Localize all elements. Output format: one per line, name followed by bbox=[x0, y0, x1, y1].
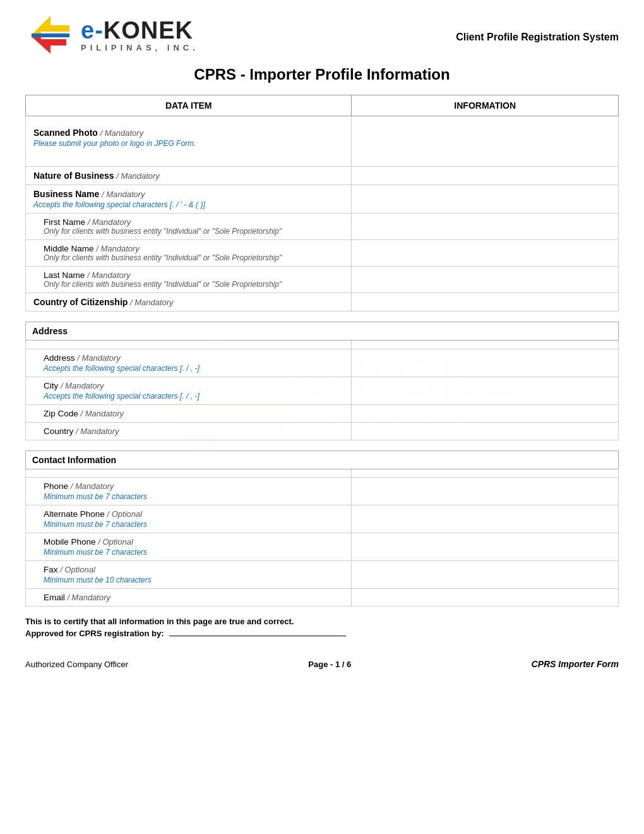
alt-phone-note: Minimum must be 7 characters bbox=[44, 520, 343, 529]
scanned-photo-info bbox=[352, 116, 619, 167]
svg-marker-0 bbox=[32, 16, 69, 35]
email-mandatory: / Mandatory bbox=[67, 593, 110, 602]
address-section-header-row: Address bbox=[26, 322, 619, 341]
email-info bbox=[352, 589, 619, 607]
zip-code-mandatory: / Mandatory bbox=[80, 409, 124, 418]
contact-table: Contact Information Phone / Mandatory Mi… bbox=[25, 450, 619, 607]
authorized-officer-section: Authorized Company Officer bbox=[25, 657, 128, 669]
first-name-info bbox=[352, 214, 619, 240]
city-mandatory: / Mandatory bbox=[61, 381, 104, 390]
address-table: Address Address / Mandatory Accepts the … bbox=[25, 322, 619, 440]
address-label: Address bbox=[44, 353, 75, 363]
footer-section: This is to certify that all information … bbox=[25, 617, 619, 669]
form-name: CPRS Importer Form bbox=[532, 659, 619, 669]
approved-line: Approved for CPRS registration by: bbox=[25, 629, 619, 638]
logo-icon bbox=[25, 13, 76, 57]
table-row bbox=[26, 341, 619, 349]
main-data-table: DATA ITEM INFORMATION Scanned Photo / Ma… bbox=[25, 95, 619, 311]
table-row: Country of Citizenship / Mandatory bbox=[26, 293, 619, 311]
alt-phone-label: Alternate Phone bbox=[44, 509, 105, 519]
table-row: Fax / Optional Minimum must be 10 charac… bbox=[26, 561, 619, 589]
table-row: City / Mandatory Accepts the following s… bbox=[26, 377, 619, 405]
city-note: Accepts the following special characters… bbox=[44, 392, 343, 401]
country-mandatory: / Mandatory bbox=[76, 426, 119, 436]
table-row: Scanned Photo / Mandatory Please submit … bbox=[26, 116, 619, 167]
country-info bbox=[352, 423, 619, 440]
nature-of-business-mandatory: / Mandatory bbox=[116, 171, 160, 181]
business-name-note: Accepts the following special characters… bbox=[33, 200, 343, 209]
table-row: Mobile Phone / Optional Minimum must be … bbox=[26, 533, 619, 561]
country-citizenship-info bbox=[352, 293, 619, 311]
table-row: Phone / Mandatory Minimum must be 7 char… bbox=[26, 478, 619, 505]
middle-name-mandatory: / Mandatory bbox=[96, 244, 140, 253]
alt-phone-mandatory: / Optional bbox=[107, 509, 142, 519]
authorized-label: Authorized Company Officer bbox=[25, 660, 128, 669]
address-section-header: Address bbox=[26, 322, 619, 341]
svg-rect-2 bbox=[32, 33, 69, 37]
fax-mandatory: / Optional bbox=[60, 565, 95, 574]
zip-code-label: Zip Code bbox=[44, 409, 78, 418]
phone-label: Phone bbox=[44, 481, 68, 491]
certify-text: This is to certify that all information … bbox=[25, 617, 619, 626]
logo-area: e-KONEK PILIPINAS, INC. bbox=[25, 13, 199, 57]
table-row: Last Name / Mandatory Only for clients w… bbox=[26, 267, 619, 293]
contact-section-header-row: Contact Information bbox=[26, 451, 619, 469]
svg-marker-1 bbox=[32, 37, 66, 54]
logo-konek-word: KONEK bbox=[104, 17, 193, 44]
country-label: Country bbox=[44, 426, 73, 436]
table-row: Zip Code / Mandatory bbox=[26, 405, 619, 423]
logo-e-prefix: e- bbox=[81, 17, 104, 44]
alt-phone-info bbox=[352, 505, 619, 533]
mobile-phone-info bbox=[352, 533, 619, 561]
table-row: First Name / Mandatory Only for clients … bbox=[26, 214, 619, 240]
page-number-section: Page - 1 / 6 bbox=[308, 660, 351, 669]
fax-info bbox=[352, 561, 619, 589]
signature-line bbox=[169, 636, 346, 636]
middle-name-info bbox=[352, 240, 619, 267]
page-number: Page - 1 / 6 bbox=[308, 660, 351, 669]
mobile-phone-note: Minimum must be 7 characters bbox=[44, 548, 343, 557]
scanned-photo-note: Please submit your photo or logo in JPEG… bbox=[33, 139, 343, 148]
approved-label: Approved for CPRS registration by: bbox=[25, 629, 164, 638]
col-header-data-item: DATA ITEM bbox=[26, 95, 352, 116]
last-name-mandatory: / Mandatory bbox=[87, 270, 131, 280]
page-title: CPRS - Importer Profile Information bbox=[25, 66, 619, 83]
city-info bbox=[352, 377, 619, 405]
col-header-information: INFORMATION bbox=[352, 95, 619, 116]
table-row: Alternate Phone / Optional Minimum must … bbox=[26, 505, 619, 533]
first-name-label: First Name bbox=[44, 217, 85, 227]
table-row: Nature of Business / Mandatory bbox=[26, 167, 619, 185]
first-name-note: Only for clients with business entity "I… bbox=[44, 227, 343, 236]
mobile-phone-label: Mobile Phone bbox=[44, 537, 96, 547]
last-name-note: Only for clients with business entity "I… bbox=[44, 280, 343, 289]
phone-mandatory: / Mandatory bbox=[71, 481, 114, 491]
country-citizenship-mandatory: / Mandatory bbox=[130, 298, 174, 307]
zip-code-info bbox=[352, 405, 619, 423]
table-row bbox=[26, 469, 619, 478]
business-name-label: Business Name bbox=[33, 189, 99, 199]
middle-name-label: Middle Name bbox=[44, 244, 94, 253]
phone-note: Minimum must be 7 characters bbox=[44, 492, 343, 501]
first-name-mandatory: / Mandatory bbox=[88, 217, 131, 227]
country-citizenship-label: Country of Citizenship bbox=[33, 297, 128, 307]
last-name-info bbox=[352, 267, 619, 293]
scanned-photo-label: Scanned Photo / Mandatory bbox=[33, 128, 343, 138]
contact-section-header: Contact Information bbox=[26, 451, 619, 469]
address-note: Accepts the following special characters… bbox=[44, 364, 343, 373]
fax-note: Minimum must be 10 characters bbox=[44, 576, 343, 584]
table-row: Address / Mandatory Accepts the followin… bbox=[26, 349, 619, 377]
phone-info bbox=[352, 478, 619, 505]
table-row: Email / Mandatory bbox=[26, 589, 619, 607]
business-name-mandatory: / Mandatory bbox=[102, 190, 145, 199]
business-name-info bbox=[352, 185, 619, 214]
logo-brand-name: e-KONEK bbox=[81, 18, 199, 42]
email-label: Email bbox=[44, 593, 65, 602]
header-right: Client Profile Registration System bbox=[456, 13, 619, 43]
system-title: Client Profile Registration System bbox=[456, 32, 619, 43]
last-name-label: Last Name bbox=[44, 270, 85, 280]
page-header: e-KONEK PILIPINAS, INC. Client Profile R… bbox=[25, 13, 619, 57]
nature-of-business-label: Nature of Business bbox=[33, 171, 114, 181]
mobile-phone-mandatory: / Optional bbox=[98, 537, 133, 547]
logo-text: e-KONEK PILIPINAS, INC. bbox=[81, 18, 199, 52]
table-row: Country / Mandatory bbox=[26, 423, 619, 440]
